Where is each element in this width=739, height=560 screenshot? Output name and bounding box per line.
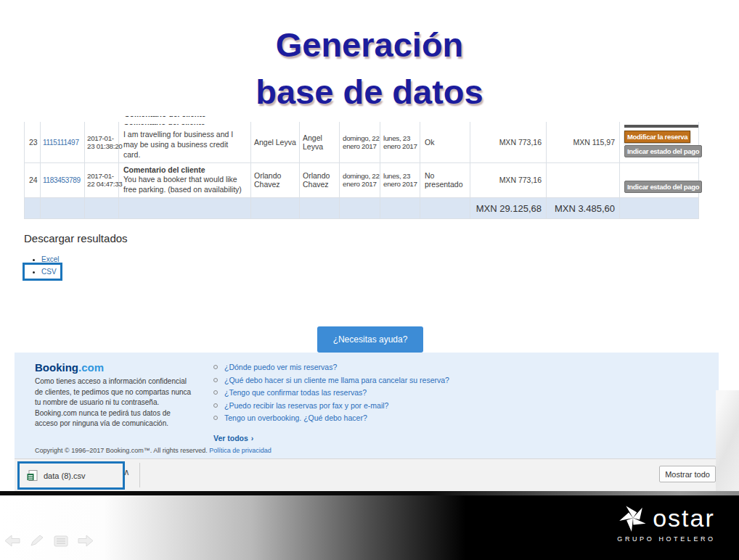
help-link[interactable]: Tengo un overbooking. ¿Qué debo hacer? [224,413,367,422]
totals-empty [25,198,41,219]
need-help-button[interactable]: ¿Necesitas ayuda? [317,326,423,353]
help-panel: Booking.com Como tienes acceso a informa… [15,353,719,458]
copyright-line: Copyright © 1996–2017 Booking.com™. All … [35,447,271,454]
caret-up-icon[interactable]: ∧ [123,467,130,477]
pen-icon[interactable] [30,535,44,547]
cell-status: Ok [420,122,470,162]
slide-title-line1: Generación [0,22,739,69]
cell-commission: MXN 115,97 [547,122,620,162]
cell-date: 2017-01- 23 01:38:20 [85,122,119,162]
table-row: 23 1115111497 2017-01- 23 01:38:20 Comen… [25,122,699,162]
totals-empty [41,198,85,219]
presenter-controls [4,535,94,547]
totals-empty [420,198,470,219]
cell-price: MXN 773,16 [470,122,547,162]
divider [139,463,140,487]
bullet-icon [33,259,35,261]
cell-reservation-id: 1115111497 [41,122,85,162]
back-arrow-icon[interactable] [4,535,20,547]
payment-status-button[interactable]: Indicar estado del pago [624,181,702,193]
help-link[interactable]: ¿Dónde puedo ver mis reservas? [224,363,337,371]
help-link-item: ¿Qué debo hacer si un cliente me llama p… [213,374,449,387]
reservation-id-link[interactable]: 1183453789 [43,176,81,184]
cell-checkout: lunes, 23 enero 2017 [380,122,420,162]
help-link[interactable]: ¿Qué debo hacer si un cliente me llama p… [224,376,449,384]
slide-decoration-swoosh [716,390,739,491]
totals-empty [300,198,340,219]
comment-text: You have a booker that would like free p… [123,175,246,195]
help-link-item: ¿Tengo que confirmar todas las reservas? [213,387,449,400]
downloaded-file-chip[interactable]: data (8).csv [17,461,125,490]
annotation-box-csv [23,263,62,281]
clipped-previous-row-text: Comentario del cliente [124,116,284,120]
clipped-button-remnant [624,125,699,128]
reservations-table: 23 1115111497 2017-01- 23 01:38:20 Comen… [24,122,699,219]
totals-price: MXN 29.125,68 [470,198,547,219]
ostar-logo: ostar GRUPO HOTELERO [616,503,717,543]
cell-booker: Angel Leyva [251,122,300,162]
totals-empty [85,198,119,219]
help-link-item: Tengo un overbooking. ¿Qué debo hacer? [213,412,449,425]
reservation-id-link[interactable]: 1115111497 [43,139,79,147]
cell-checkin: domingo, 22 enero 2017 [340,162,380,198]
booking-logo: Booking.com [35,361,104,374]
cell-reservation-id: 1183453789 [41,162,85,198]
ostar-subtitle: GRUPO HOTELERO [617,535,715,543]
table-row: 24 1183453789 2017-01- 22 04:47:33 Comen… [25,162,699,198]
cell-booker: Orlando Chavez [251,162,300,198]
pinwheel-star-icon [618,503,648,533]
cell-comment: Comentario del cliente I am travelling f… [119,122,251,162]
help-link-item: ¿Puedo recibir las reservas por fax y po… [213,400,449,413]
totals-empty [340,198,380,219]
clipped-comment-heading: Comentario del cliente [123,124,246,128]
downloaded-file-name: data (8).csv [44,472,85,480]
show-all-button[interactable]: Mostrar todo [659,466,716,482]
comment-heading: Comentario del cliente [123,165,246,176]
totals-empty [251,198,300,219]
help-links-list: ¿Dónde puedo ver mis reservas? ¿Qué debo… [213,361,449,425]
modify-reservation-button[interactable]: Modificar la reserva [624,131,690,143]
slide-title-line2: base de datos [0,69,739,116]
slide-title: Generación base de datos [0,22,739,116]
totals-row: MXN 29.125,68 MXN 3.485,60 [25,198,699,219]
download-results-heading: Descargar resultados [24,232,128,244]
cell-comment: Comentario del cliente You have a booker… [119,162,251,198]
see-all-link[interactable]: Ver todos› [213,434,253,442]
privacy-policy-link[interactable]: Política de privacidad [209,447,271,454]
chevron-right-icon: › [251,434,254,442]
payment-status-button[interactable]: Indicar estado del pago [624,145,702,157]
cell-actions: Indicar estado del pago [620,162,699,198]
cell-row-number: 24 [25,162,41,198]
cell-commission [547,162,620,198]
presentation-slide: Generación base de datos Comentario del … [0,0,739,560]
slide-footer: ostar GRUPO HOTELERO [0,495,739,560]
cell-actions: Modificar la reserva Indicar estado del … [620,122,699,162]
cell-guest: Angel Leyva [300,122,340,162]
totals-empty [380,198,420,219]
totals-empty [119,198,251,219]
cell-status: No presentado [420,162,470,198]
help-link[interactable]: ¿Puedo recibir las reservas por fax y po… [224,401,388,410]
help-link-item: ¿Dónde puedo ver mis reservas? [213,361,449,374]
confidentiality-notice: Como tienes acceso a información confide… [35,376,195,429]
ostar-wordmark: ostar [653,504,715,532]
forward-arrow-icon[interactable] [78,535,94,547]
help-link[interactable]: ¿Tengo que confirmar todas las reservas? [224,388,367,397]
cell-row-number: 23 [25,122,41,162]
cell-price: MXN 773,16 [470,162,547,198]
slides-menu-icon[interactable] [54,535,68,547]
totals-commission: MXN 3.485,60 [547,198,620,219]
browser-download-bar: data (8).csv ∧ Mostrar todo [15,458,719,491]
comment-text: I am travelling for business and I may b… [123,130,246,160]
cell-guest: Orlando Chavez [300,162,340,198]
cell-date: 2017-01- 22 04:47:33 [85,162,119,198]
cell-checkin: domingo, 22 enero 2017 [340,122,380,162]
csv-file-icon [27,470,38,482]
cell-checkout: lunes, 23 enero 2017 [380,162,420,198]
totals-empty [620,198,699,219]
